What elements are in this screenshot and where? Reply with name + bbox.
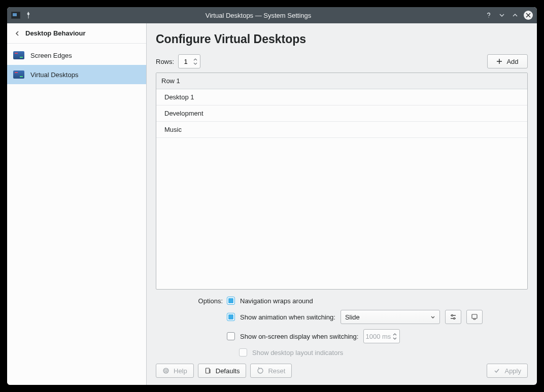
svg-point-0 [488,17,489,18]
list-item[interactable]: Music [156,122,527,138]
help-button-label: Help [174,367,187,375]
sidebar-item-label: Screen Edges [30,52,72,59]
screen-edges-icon [13,51,24,59]
svg-point-5 [165,370,167,372]
reset-button-label: Reset [268,367,285,375]
virtual-desktops-icon [13,70,24,79]
options-label: Options: [156,297,227,305]
about-animation-button[interactable] [466,310,483,324]
desktops-list: Row 1 Desktop 1 Development Music [156,73,528,290]
breadcrumb-label: Desktop Behaviour [25,29,85,37]
configure-animation-button[interactable] [445,310,461,324]
apply-button-label: Apply [504,367,521,375]
layout-indicators-label: Show desktop layout indicators [252,349,343,357]
sidebar: Desktop Behaviour Screen Edges Virtual D… [7,23,147,385]
rows-label: Rows: [156,58,174,65]
breadcrumb[interactable]: Desktop Behaviour [7,23,146,44]
app-icon [11,12,20,19]
osd-time-spinbox [363,329,400,343]
show-osd-checkbox[interactable] [227,332,235,340]
help-icon[interactable] [484,11,493,20]
rows-spinbox[interactable] [178,54,200,68]
show-osd-label: Show on-screen display when switching: [240,333,358,340]
window-title: Virtual Desktops — System Settings [32,12,484,19]
reset-button[interactable]: Reset [250,364,292,378]
window: Virtual Desktops — System Settings Deskt… [7,7,537,385]
rows-value[interactable] [179,57,193,66]
pin-icon[interactable] [24,11,32,19]
page-title: Configure Virtual Desktops [156,32,528,46]
add-button[interactable]: Add [487,54,528,68]
osd-time-value [364,332,392,341]
list-item[interactable]: Development [156,105,527,122]
apply-button[interactable]: Apply [487,364,528,378]
chevron-down-icon[interactable] [497,11,506,20]
row-header: Row 1 [156,73,527,89]
sidebar-item-virtual-desktops[interactable]: Virtual Desktops [7,65,146,84]
add-button-label: Add [506,58,518,65]
sidebar-item-label: Virtual Desktops [30,71,78,79]
svg-rect-6 [206,368,209,373]
show-anim-label: Show animation when switching: [240,313,335,321]
defaults-button[interactable]: Defaults [198,364,247,378]
svg-point-2 [453,318,455,319]
help-button[interactable]: Help [156,364,194,378]
animation-value: Slide [345,313,360,321]
nav-wrap-label: Navigation wraps around [240,297,313,305]
chevron-up-icon[interactable] [511,11,520,20]
layout-indicators-checkbox [239,348,247,357]
defaults-button-label: Defaults [216,367,240,375]
list-item[interactable]: Desktop 1 [156,89,527,105]
main-panel: Configure Virtual Desktops Rows: Add [147,23,537,385]
close-icon[interactable] [524,11,533,20]
titlebar: Virtual Desktops — System Settings [7,7,537,23]
nav-wrap-checkbox[interactable] [227,297,235,305]
show-anim-checkbox[interactable] [227,313,235,321]
sidebar-item-screen-edges[interactable]: Screen Edges [7,46,146,65]
svg-point-1 [451,315,453,316]
svg-rect-3 [472,314,477,318]
animation-select[interactable]: Slide [341,310,440,324]
